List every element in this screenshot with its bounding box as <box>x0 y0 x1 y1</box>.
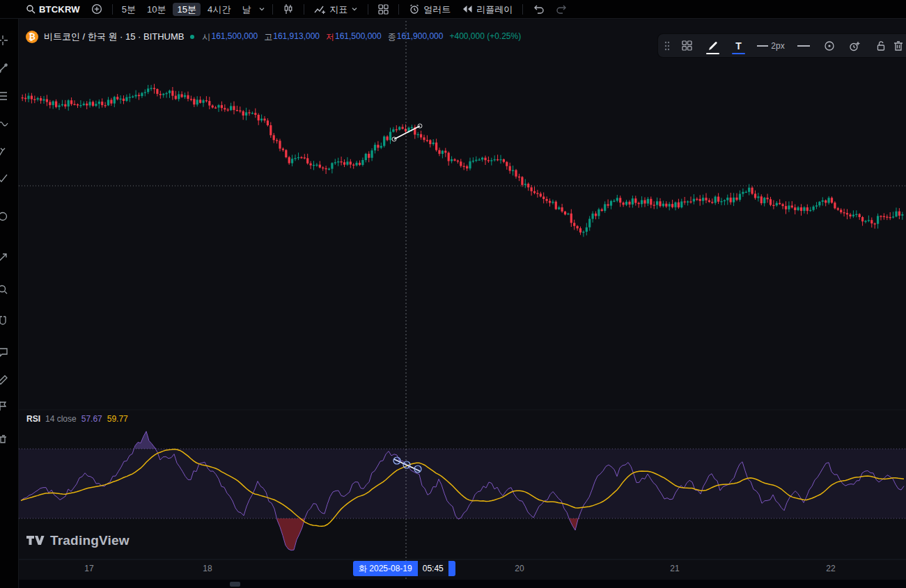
redo-arrow-icon <box>556 4 568 15</box>
crosshair-day: 화 2025-08-19 <box>353 561 418 576</box>
search-icon <box>26 4 36 14</box>
change-value: +400,000 (+0.25%) <box>449 31 521 43</box>
low-value: 161,500,000 <box>335 31 382 43</box>
logo-text: TradingView <box>50 533 130 548</box>
close-label: 종 <box>388 31 396 43</box>
pencil-icon <box>708 40 719 51</box>
ohlc-values: 시161,500,000 고161,913,000 저161,500,000 종… <box>203 31 522 43</box>
bitcoin-icon: ₿ <box>26 31 38 43</box>
trash-icon <box>893 40 903 51</box>
drag-dots-icon <box>664 40 671 51</box>
flag-tool-icon[interactable] <box>0 400 11 414</box>
indicators-button[interactable]: 지표 <box>309 3 363 16</box>
rsi-params: 14 close <box>45 414 77 424</box>
toolbar-drag-handle[interactable] <box>660 35 674 56</box>
toolbar-divider <box>112 4 113 15</box>
chart-type-button[interactable] <box>278 2 299 16</box>
open-label: 시 <box>203 31 211 43</box>
magnet-tool-icon[interactable] <box>0 315 11 329</box>
rsi-value: 57.67 <box>81 414 102 424</box>
candles-icon <box>283 3 294 15</box>
trendline-tool-icon[interactable] <box>0 63 11 77</box>
cursor-tool-icon[interactable] <box>0 35 11 49</box>
redo-button[interactable] <box>551 3 572 16</box>
arrow-tool-icon[interactable] <box>0 252 11 266</box>
grid-squares-icon <box>682 40 692 51</box>
undo-button[interactable] <box>528 3 549 16</box>
toolbar-divider <box>398 4 399 15</box>
alert-button[interactable]: 얼러트 <box>404 2 455 16</box>
compare-add-button[interactable] <box>86 2 107 16</box>
rsi-title[interactable]: RSI <box>26 414 40 424</box>
line-thickness-button[interactable]: 2px <box>751 35 790 56</box>
interval-button-3[interactable]: 15분 <box>173 3 200 16</box>
top-toolbar: BTCKRW 5분10분15분4시간날 지표 얼러트 <box>0 0 906 19</box>
tradingview-app: BTCKRW 5분10분15분4시간날 지표 얼러트 <box>0 0 906 588</box>
line-thickness-icon <box>757 45 768 47</box>
high-label: 고 <box>264 31 272 43</box>
shapes-tool-icon[interactable] <box>0 211 11 225</box>
color-indicator <box>706 53 719 54</box>
pattern-tool-icon[interactable] <box>0 118 11 132</box>
text-color-button[interactable]: T <box>726 35 751 56</box>
grid-layout-icon <box>378 4 389 15</box>
alert-label: 얼러트 <box>423 5 451 14</box>
label-cap <box>448 561 455 576</box>
layout-button[interactable] <box>373 3 393 16</box>
ruler-tool-icon[interactable] <box>0 374 11 388</box>
drawing-settings-button[interactable] <box>816 35 842 56</box>
forecast-tool-icon[interactable] <box>0 146 11 160</box>
line-color-button[interactable] <box>700 35 726 56</box>
toolbar-divider <box>368 4 368 15</box>
fib-tool-icon[interactable] <box>0 90 11 104</box>
symbol-title[interactable]: 비트코인 / 한국 원 · 15 · BITHUMB <box>44 31 185 43</box>
alarm-clock-icon <box>409 3 420 15</box>
low-label: 저 <box>326 31 334 43</box>
bottom-edge-strip <box>0 580 906 588</box>
replay-label: 리플레이 <box>476 5 513 14</box>
zoom-tool-icon[interactable] <box>0 284 11 298</box>
interval-button-2[interactable]: 10분 <box>143 3 170 16</box>
interval-group: 5분10분15분4시간날 <box>118 3 255 16</box>
line-style-icon <box>797 45 810 47</box>
add-alert-button[interactable] <box>842 35 868 56</box>
open-value: 161,500,000 <box>212 31 258 43</box>
delete-drawing-button[interactable] <box>893 35 906 56</box>
lock-button[interactable] <box>868 35 893 56</box>
tradingview-logo[interactable]: TradingView <box>26 533 130 548</box>
interval-dropdown-button[interactable] <box>256 4 267 14</box>
lock-open-icon <box>876 40 886 51</box>
annotation-tool-icon[interactable] <box>0 347 11 360</box>
text-icon: T <box>735 41 742 51</box>
thickness-label: 2px <box>771 41 784 51</box>
template-button[interactable] <box>674 35 700 56</box>
time-axis-label: 18 <box>203 564 212 573</box>
chevron-down-icon <box>258 6 265 13</box>
symbol-header[interactable]: ₿ 비트코인 / 한국 원 · 15 · BITHUMB 시161,500,00… <box>26 31 521 43</box>
target-icon <box>824 40 835 51</box>
time-axis-label: 22 <box>826 564 835 573</box>
high-value: 161,913,000 <box>273 31 320 43</box>
position-tool-icon[interactable] <box>0 173 11 186</box>
indicators-label: 지표 <box>329 5 347 14</box>
interval-button-4[interactable]: 4시간 <box>203 3 235 16</box>
taskbar-fragment-icon <box>230 582 240 587</box>
rsi-legend[interactable]: RSI 14 close 57.67 59.77 <box>26 414 128 424</box>
interval-button-5[interactable]: 날 <box>237 3 255 16</box>
replay-icon <box>462 5 473 13</box>
time-axis-label: 20 <box>515 564 524 573</box>
crosshair-time: 05:45 <box>418 561 448 576</box>
crosshair-date-label: 화 2025-08-19 05:45 <box>353 561 455 576</box>
delete-tool-icon[interactable] <box>0 434 11 447</box>
rsi-ma-value: 59.77 <box>107 414 128 424</box>
line-style-button[interactable] <box>790 35 816 56</box>
close-value: 161,900,000 <box>397 31 444 43</box>
symbol-search-button[interactable]: BTCKRW <box>21 3 85 15</box>
undo-arrow-icon <box>533 4 545 15</box>
symbol-name: BTCKRW <box>39 5 80 14</box>
chart-canvas[interactable] <box>0 0 906 588</box>
toolbar-divider <box>272 4 273 15</box>
replay-button[interactable]: 리플레이 <box>457 3 517 15</box>
toolbar-divider <box>522 4 523 15</box>
interval-button-1[interactable]: 5분 <box>118 3 140 16</box>
